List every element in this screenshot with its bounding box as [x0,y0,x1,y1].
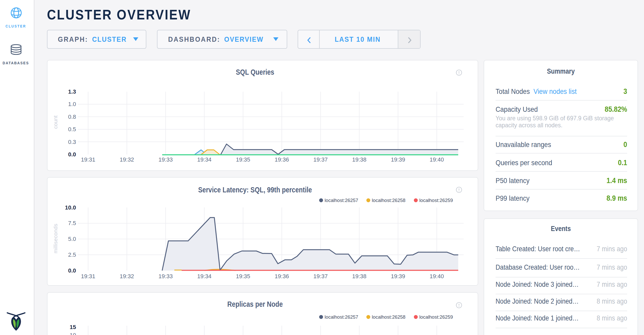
svg-text:19:34: 19:34 [197,273,211,280]
svg-text:19:37: 19:37 [313,273,328,280]
svg-text:5.0: 5.0 [68,236,76,242]
svg-text:19:38: 19:38 [352,273,366,280]
svg-text:19:33: 19:33 [159,156,173,163]
svg-text:milliseconds: milliseconds [52,224,58,253]
svg-text:19:31: 19:31 [81,273,95,280]
svg-text:19:35: 19:35 [236,156,250,163]
svg-text:19:39: 19:39 [391,156,405,163]
svg-text:10: 10 [70,332,76,335]
svg-text:19:37: 19:37 [313,156,328,163]
svg-text:15: 15 [70,324,76,330]
svg-text:0.0: 0.0 [68,267,76,274]
svg-text:19:36: 19:36 [275,156,289,163]
svg-text:19:32: 19:32 [120,156,134,163]
svg-text:1.0: 1.0 [68,101,76,107]
svg-text:19:36: 19:36 [275,273,289,280]
svg-text:0.0: 0.0 [68,151,76,158]
svg-text:count: count [52,115,58,129]
svg-text:19:35: 19:35 [236,273,250,280]
svg-text:2.5: 2.5 [68,252,76,258]
svg-text:19:38: 19:38 [352,156,366,163]
svg-text:19:33: 19:33 [159,273,173,280]
svg-text:10.0: 10.0 [65,204,76,211]
svg-text:19:40: 19:40 [430,156,444,163]
svg-text:19:32: 19:32 [120,273,134,280]
svg-text:0.3: 0.3 [68,139,76,145]
svg-text:7.5: 7.5 [68,220,76,226]
svg-text:0.5: 0.5 [68,126,76,132]
svg-text:1.3: 1.3 [68,88,76,95]
svg-text:0.8: 0.8 [68,114,76,120]
svg-text:19:34: 19:34 [197,156,211,163]
svg-text:19:40: 19:40 [430,273,444,280]
svg-text:19:39: 19:39 [391,273,405,280]
svg-text:19:31: 19:31 [81,156,95,163]
